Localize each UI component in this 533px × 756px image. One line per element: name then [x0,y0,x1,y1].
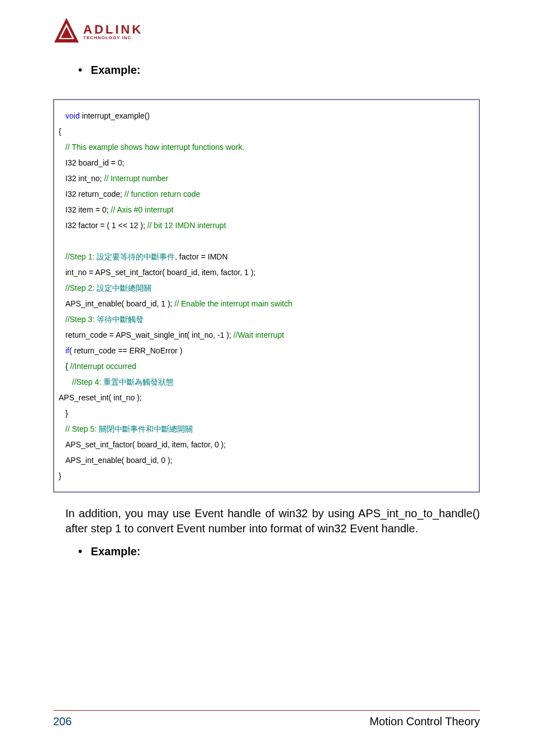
code-text: { [59,124,474,139]
code-text: I32 item = 0; [65,205,111,214]
code-text: int_no = APS_set_int_factor( board_id, i… [59,264,474,280]
body-paragraph: In addition, you may use Event handle of… [65,506,480,536]
code-comment: //Step 4: [72,377,103,386]
code-comment: //Wait interrupt [234,330,284,339]
footer-title: Motion Control Theory [370,715,480,728]
heading-text: Example: [84,545,140,557]
code-comment-cjk: 關閉中斷事件和中斷總開關 [99,424,193,433]
code-text: I32 factor = ( 1 << 12 ); [65,221,147,230]
code-comment-cjk: 設定要等待的中斷事件 [97,252,175,261]
code-example-block: void interrupt_example() { // This examp… [53,99,480,493]
code-text: I32 int_no; [65,174,104,183]
logo-sub-text: TECHNOLOGY INC. [83,36,143,40]
brand-logo: ADLINK TECHNOLOGY INC. [53,17,480,47]
code-text: APS_int_enable( board_id, 0 ); [59,452,474,468]
code-comment-cjk: 等待中斷觸發 [97,315,144,324]
code-text: I32 board_id = 0; [59,155,474,171]
logo-brand-text: ADLINK [83,23,143,36]
code-comment: // Enable the interrupt main switch [174,299,292,308]
code-comment: // Axis #0 interrupt [111,205,173,214]
page-number: 206 [53,715,72,728]
example-heading-1: • Example: [78,64,480,77]
bullet-icon: • [78,545,82,557]
logo-triangle-icon [53,17,80,47]
code-text: , factor = IMDN [175,252,228,261]
code-text: interrupt_example() [80,111,150,120]
code-comment-cjk: 重置中斷為觸發狀態 [103,377,174,386]
code-text: APS_reset_int( int_no ); [59,390,474,405]
bullet-icon: • [78,64,82,76]
code-comment: // Interrupt number [104,174,168,183]
code-comment: //Step 2: [65,284,97,292]
code-comment: // Step 5: [65,424,99,433]
code-text: APS_set_int_factor( board_id, item, fact… [59,437,474,452]
code-keyword: void [65,111,80,120]
code-comment: // bit 12 IMDN interrupt [147,221,226,230]
page-footer: 206 Motion Control Theory [53,710,480,728]
code-comment: //Interrupt occurred [70,362,136,371]
example-heading-2: • Example: [78,545,480,558]
code-text: } [59,405,474,421]
code-text: I32 return_code; [65,190,125,199]
code-comment-cjk: 設定中斷總開關 [97,284,151,292]
code-text: return_code = APS_wait_single_int( int_n… [65,330,234,339]
code-keyword: if [65,346,69,355]
code-comment: //Step 1: [65,252,97,261]
code-text: ( return_code == ERR_NoError ) [69,346,182,355]
heading-text: Example: [84,64,140,76]
code-text: APS_int_enable( board_id, 1 ); [65,299,174,308]
code-comment: // This example shows how interrupt func… [59,139,474,155]
code-text: } [59,468,474,484]
code-comment: //Step 3: [65,315,97,324]
code-text: { [65,362,70,371]
code-comment: // function return code [125,190,200,199]
